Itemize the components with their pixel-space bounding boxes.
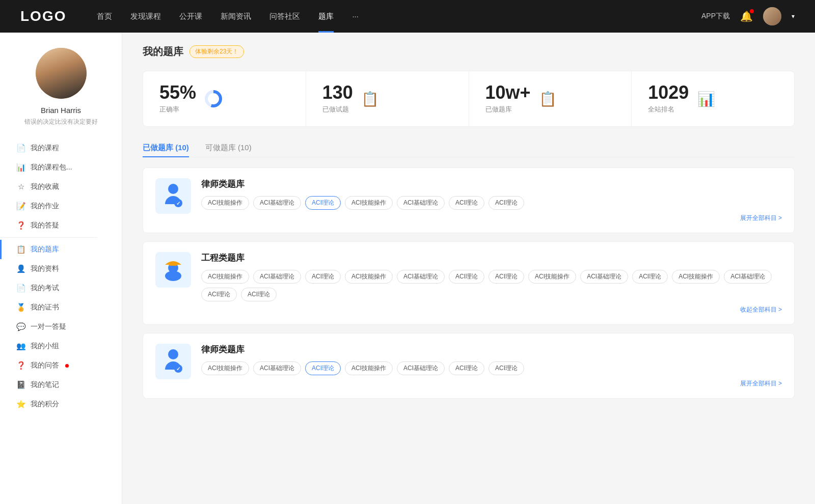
qb-tag-0-4[interactable]: ACI基础理论 — [397, 196, 445, 210]
avatar-image-inner — [36, 48, 87, 99]
qb-icon-0: ✓ — [155, 178, 191, 214]
qb-tag-1-9[interactable]: ACI理论 — [632, 270, 668, 284]
tab-0[interactable]: 已做题库 (10) — [143, 139, 189, 157]
app-download-button[interactable]: APP下载 — [701, 12, 730, 21]
qb-tag-1-10[interactable]: ACI技能操作 — [672, 270, 720, 284]
nav-link-发现课程[interactable]: 发现课程 — [130, 12, 161, 21]
sidebar-item-我的考试[interactable]: 📄我的考试 — [0, 278, 122, 298]
sidebar-menu: 📄我的课程📊我的课程包...☆我的收藏📝我的作业❓我的答疑📋我的题库👤我的资料📄… — [0, 138, 122, 414]
qb-title-1: 工程类题库 — [201, 252, 782, 264]
qb-tag-0-2[interactable]: ACI理论 — [305, 196, 341, 210]
page-header: 我的题库 体验剩余23天！ — [143, 45, 795, 59]
qb-title-2: 律师类题库 — [201, 344, 782, 355]
qb-tag-0-1[interactable]: ACI基础理论 — [253, 196, 301, 210]
sidebar-item-我的收藏[interactable]: ☆我的收藏 — [0, 177, 122, 197]
sidebar-icon: 📓 — [16, 380, 25, 389]
sidebar-item-label: 我的答疑 — [31, 221, 59, 230]
nav-link-···[interactable]: ··· — [352, 12, 359, 21]
sidebar-item-一对一答疑[interactable]: 💬一对一答疑 — [0, 317, 122, 337]
sidebar-item-label: 一对一答疑 — [31, 322, 66, 331]
qb-tag-2-2[interactable]: ACI理论 — [305, 361, 341, 375]
qb-tag-1-4[interactable]: ACI基础理论 — [397, 270, 445, 284]
lawyer-icon: ✓ — [161, 347, 185, 376]
qb-tag-0-3[interactable]: ACI技能操作 — [345, 196, 393, 210]
sidebar-item-我的笔记[interactable]: 📓我的笔记 — [0, 375, 122, 395]
logo[interactable]: LOGO — [20, 8, 66, 24]
qb-tag-0-0[interactable]: ACI技能操作 — [201, 196, 249, 210]
qb-tag-2-3[interactable]: ACI技能操作 — [345, 361, 393, 375]
stat-item-0: 55% 正确率 — [143, 71, 306, 126]
stat-value-2: 10w+ — [485, 83, 531, 102]
sidebar-item-我的作业[interactable]: 📝我的作业 — [0, 197, 122, 216]
qb-tag-1-13[interactable]: ACI理论 — [241, 288, 277, 301]
stat-item-2: 10w+ 已做题库 📋 — [469, 71, 632, 126]
qb-expand-1[interactable]: 收起全部科目 > — [201, 305, 782, 314]
qb-tag-1-3[interactable]: ACI技能操作 — [345, 270, 393, 284]
sidebar-item-我的答疑[interactable]: ❓我的答疑 — [0, 216, 122, 235]
qb-tag-1-5[interactable]: ACI理论 — [449, 270, 484, 284]
sidebar-icon: 💬 — [16, 322, 25, 331]
stat-value-0: 55% — [159, 83, 196, 102]
sidebar-item-我的课程包...[interactable]: 📊我的课程包... — [0, 158, 122, 177]
sidebar-divider — [0, 237, 97, 238]
stat-value-1: 130 — [322, 83, 353, 102]
stat-text-1: 130 已做试题 — [322, 83, 353, 114]
sidebar-item-我的问答[interactable]: ❓我的问答 — [0, 356, 122, 375]
sidebar-icon: 👥 — [16, 342, 25, 351]
qb-card-2: ✓ 律师类题库 ACI技能操作ACI基础理论ACI理论ACI技能操作ACI基础理… — [143, 333, 795, 399]
svg-point-0 — [168, 184, 178, 194]
sidebar-item-label: 我的笔记 — [31, 380, 59, 389]
sidebar-item-我的证书[interactable]: 🏅我的证书 — [0, 298, 122, 317]
sidebar-icon: 📋 — [16, 245, 25, 254]
qb-expand-0[interactable]: 展开全部科目 > — [201, 214, 782, 222]
sidebar: Brian Harris 错误的决定比没有决定要好 📄我的课程📊我的课程包...… — [0, 33, 122, 504]
nav-link-首页[interactable]: 首页 — [97, 12, 112, 21]
sidebar-item-我的积分[interactable]: ⭐我的积分 — [0, 395, 122, 414]
sidebar-item-我的课程[interactable]: 📄我的课程 — [0, 138, 122, 158]
sidebar-item-我的小组[interactable]: 👥我的小组 — [0, 337, 122, 356]
qb-card-0: ✓ 律师类题库 ACI技能操作ACI基础理论ACI理论ACI技能操作ACI基础理… — [143, 167, 795, 233]
sidebar-item-我的资料[interactable]: 👤我的资料 — [0, 259, 122, 278]
qb-tag-1-1[interactable]: ACI基础理论 — [253, 270, 301, 284]
sidebar-item-label: 我的作业 — [31, 202, 59, 211]
qb-tag-1-0[interactable]: ACI技能操作 — [201, 270, 249, 284]
qb-tag-2-6[interactable]: ACI理论 — [488, 361, 524, 375]
stat-item-1: 130 已做试题 📋 — [306, 71, 469, 126]
qb-tag-0-6[interactable]: ACI理论 — [488, 196, 524, 210]
nav-link-题库[interactable]: 题库 — [318, 12, 334, 21]
nav-link-问答社区[interactable]: 问答社区 — [269, 12, 300, 21]
sidebar-item-我的题库[interactable]: 📋我的题库 — [0, 240, 122, 259]
qb-tag-2-0[interactable]: ACI技能操作 — [201, 361, 249, 375]
qb-tag-1-11[interactable]: ACI基础理论 — [724, 270, 772, 284]
sidebar-username: Brian Harris — [41, 106, 81, 115]
qb-tag-1-2[interactable]: ACI理论 — [305, 270, 341, 284]
qb-tag-1-6[interactable]: ACI理论 — [488, 270, 524, 284]
qb-tag-2-5[interactable]: ACI理论 — [449, 361, 484, 375]
notification-bell[interactable]: 🔔 — [740, 10, 753, 22]
tab-1[interactable]: 可做题库 (10) — [205, 139, 252, 157]
qb-tag-1-8[interactable]: ACI基础理论 — [580, 270, 628, 284]
stat-text-2: 10w+ 已做题库 — [485, 83, 531, 114]
svg-text:✓: ✓ — [176, 366, 180, 372]
svg-text:✓: ✓ — [176, 201, 180, 206]
nav-link-公开课[interactable]: 公开课 — [179, 12, 202, 21]
stat-value-3: 1029 — [648, 83, 689, 102]
stat-label-0: 正确率 — [159, 105, 196, 114]
sidebar-icon: ❓ — [16, 361, 25, 370]
nav-link-新闻资讯[interactable]: 新闻资讯 — [221, 12, 251, 21]
user-dropdown-arrow[interactable]: ▾ — [792, 13, 795, 20]
avatar[interactable] — [763, 7, 781, 25]
qb-tag-2-1[interactable]: ACI基础理论 — [253, 361, 301, 375]
qb-tag-2-4[interactable]: ACI基础理论 — [397, 361, 445, 375]
sidebar-item-label: 我的题库 — [31, 245, 59, 254]
qb-expand-2[interactable]: 展开全部科目 > — [201, 379, 782, 388]
stats-row: 55% 正确率 130 已做试题 📋 10w+ 已做题库 📋 1029 全站排名… — [143, 71, 795, 127]
qb-tag-1-7[interactable]: ACI技能操作 — [528, 270, 576, 284]
doc-green-icon: 📋 — [361, 91, 379, 107]
page-title: 我的题库 — [143, 45, 183, 59]
stat-item-3: 1029 全站排名 📊 — [632, 71, 794, 126]
qb-tag-1-12[interactable]: ACI理论 — [201, 288, 237, 301]
qb-tag-0-5[interactable]: ACI理论 — [449, 196, 484, 210]
sidebar-avatar — [36, 48, 87, 99]
qb-icon-2: ✓ — [155, 344, 191, 379]
